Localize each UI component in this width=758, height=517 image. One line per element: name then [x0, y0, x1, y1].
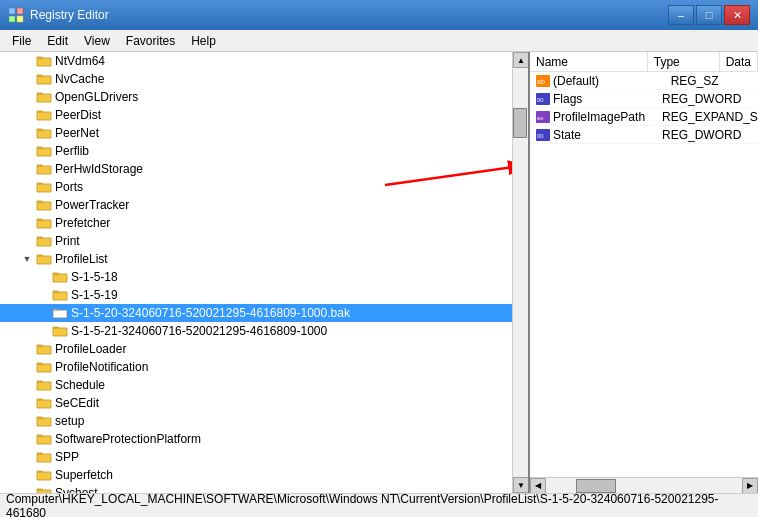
reg-icon: 00: [536, 93, 550, 105]
reg-name-text: Flags: [553, 92, 582, 106]
registry-list[interactable]: ab (Default)REG_SZ 00 FlagsREG_DWORD ex …: [530, 72, 758, 477]
tree-item[interactable]: ▶ PeerDist: [0, 106, 528, 124]
tree-item[interactable]: ▶ setup: [0, 412, 528, 430]
registry-row[interactable]: ab (Default)REG_SZ: [530, 72, 758, 90]
maximize-button[interactable]: □: [696, 5, 722, 25]
tree-item-label: Perflib: [55, 144, 89, 158]
folder-icon: [36, 378, 52, 392]
tree-item[interactable]: ▶ SoftwareProtectionPlatform: [0, 430, 528, 448]
tree-item[interactable]: ▶ S-1-5-21-324060716-520021295-4616809-1…: [0, 322, 528, 340]
scroll-up-btn[interactable]: ▲: [513, 52, 529, 68]
folder-icon: [36, 126, 52, 140]
tree-item[interactable]: ▶ SeCEdit: [0, 394, 528, 412]
tree-item[interactable]: ▶ Superfetch: [0, 466, 528, 484]
menu-edit[interactable]: Edit: [39, 32, 76, 50]
menu-file[interactable]: File: [4, 32, 39, 50]
right-pane: Name Type Data ab (Default)REG_SZ 00 Fla…: [530, 52, 758, 493]
folder-icon: [36, 234, 52, 248]
folder-icon: [36, 252, 52, 266]
tree-item[interactable]: ▶ S-1-5-18: [0, 268, 528, 286]
scroll-down-btn[interactable]: ▼: [513, 477, 529, 493]
col-name-header: Name: [530, 52, 648, 71]
hscroll-track[interactable]: [546, 479, 742, 493]
vscroll-thumb[interactable]: [513, 108, 527, 138]
status-bar: Computer\HKEY_LOCAL_MACHINE\SOFTWARE\Mic…: [0, 493, 758, 517]
main-area: ▶ NtVdm64▶ NvCache▶ OpenGLDrivers▶ PeerD…: [0, 52, 758, 493]
tree-item-label: SPP: [55, 450, 79, 464]
tree-item[interactable]: ▶ SPP: [0, 448, 528, 466]
registry-row[interactable]: 00 FlagsREG_DWORD: [530, 90, 758, 108]
tree-item[interactable]: ▶ Perflib: [0, 142, 528, 160]
folder-icon: [52, 270, 68, 284]
tree-item-label: Ports: [55, 180, 83, 194]
close-button[interactable]: ✕: [724, 5, 750, 25]
tree-item[interactable]: ▶ PeerNet: [0, 124, 528, 142]
tree-item[interactable]: ▶ Schedule: [0, 376, 528, 394]
vscroll-track[interactable]: [513, 68, 528, 477]
hscroll-left-btn[interactable]: ◀: [530, 478, 546, 494]
tree-item-label: Superfetch: [55, 468, 113, 482]
tree-item-label: ProfileNotification: [55, 360, 148, 374]
reg-name-cell: ex ProfileImagePath: [530, 110, 656, 124]
tree-item[interactable]: ▶ NvCache: [0, 70, 528, 88]
menu-favorites[interactable]: Favorites: [118, 32, 183, 50]
reg-type-cell: REG_DWORD: [656, 128, 746, 142]
tree-item[interactable]: ▶ Svchost: [0, 484, 528, 493]
tree-item-label: S-1-5-19: [71, 288, 118, 302]
registry-row[interactable]: 00 StateREG_DWORD: [530, 126, 758, 144]
svg-text:ex: ex: [537, 115, 543, 121]
svg-rect-0: [9, 8, 15, 14]
tree-item[interactable]: ▶ ProfileNotification: [0, 358, 528, 376]
folder-icon: [36, 90, 52, 104]
tree-pane: ▶ NtVdm64▶ NvCache▶ OpenGLDrivers▶ PeerD…: [0, 52, 530, 493]
folder-icon: [36, 450, 52, 464]
registry-row[interactable]: ex ProfileImagePathREG_EXPAND_S: [530, 108, 758, 126]
tree-item-label: ProfileList: [55, 252, 108, 266]
tree-item-label: S-1-5-18: [71, 270, 118, 284]
folder-icon: [36, 108, 52, 122]
tree-item[interactable]: ▶ S-1-5-19: [0, 286, 528, 304]
tree-item[interactable]: ▶ S-1-5-20-324060716-520021295-4616809-1…: [0, 304, 528, 322]
tree-item[interactable]: ▶ PowerTracker: [0, 196, 528, 214]
tree-item-label: setup: [55, 414, 84, 428]
app-icon: [8, 7, 24, 23]
tree-item[interactable]: ▶ OpenGLDrivers: [0, 88, 528, 106]
expand-btn[interactable]: ▼: [20, 252, 34, 266]
status-text: Computer\HKEY_LOCAL_MACHINE\SOFTWARE\Mic…: [6, 493, 752, 517]
tree-vscroll[interactable]: ▲ ▼: [512, 52, 528, 493]
reg-type-cell: REG_SZ: [665, 74, 746, 88]
reg-name-text: (Default): [553, 74, 599, 88]
svg-rect-2: [9, 16, 15, 22]
tree-item[interactable]: ▶ PerHwIdStorage: [0, 160, 528, 178]
tree-item-label: PowerTracker: [55, 198, 129, 212]
hscroll-right-btn[interactable]: ▶: [742, 478, 758, 494]
tree-item[interactable]: ▶ NtVdm64: [0, 52, 528, 70]
folder-icon: [36, 342, 52, 356]
hscroll-bar[interactable]: ◀ ▶: [530, 477, 758, 493]
folder-icon: [36, 432, 52, 446]
col-data-header: Data: [720, 52, 758, 71]
tree-item[interactable]: ▼ ProfileList: [0, 250, 528, 268]
hscroll-thumb[interactable]: [576, 479, 616, 493]
tree-item[interactable]: ▶ Prefetcher: [0, 214, 528, 232]
tree-item-label: Schedule: [55, 378, 105, 392]
tree-item[interactable]: ▶ Print: [0, 232, 528, 250]
tree-item-label: S-1-5-20-324060716-520021295-4616809-100…: [71, 306, 350, 320]
minimize-button[interactable]: –: [668, 5, 694, 25]
folder-icon: [36, 468, 52, 482]
tree-content[interactable]: ▶ NtVdm64▶ NvCache▶ OpenGLDrivers▶ PeerD…: [0, 52, 528, 493]
folder-icon: [36, 162, 52, 176]
tree-item-label: S-1-5-21-324060716-520021295-4616809-100…: [71, 324, 327, 338]
folder-icon: [36, 180, 52, 194]
folder-icon: [52, 324, 68, 338]
svg-text:ab: ab: [537, 78, 545, 85]
col-type-header: Type: [648, 52, 720, 71]
tree-item[interactable]: ▶ ProfileLoader: [0, 340, 528, 358]
tree-item-label: ProfileLoader: [55, 342, 126, 356]
reg-icon: ab: [536, 75, 550, 87]
tree-item-label: Print: [55, 234, 80, 248]
tree-item[interactable]: ▶ Ports: [0, 178, 528, 196]
menu-help[interactable]: Help: [183, 32, 224, 50]
title-bar-buttons: – □ ✕: [668, 5, 750, 25]
menu-view[interactable]: View: [76, 32, 118, 50]
